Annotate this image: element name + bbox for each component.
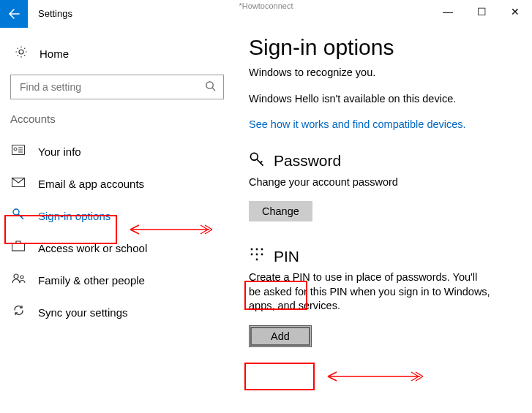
sidebar-item-sign-in-options[interactable]: Sign-in options [10, 200, 224, 232]
pin-section-header: PIN [249, 246, 517, 266]
svg-point-23 [261, 254, 263, 256]
svg-point-19 [256, 249, 258, 251]
content-area: Home Accounts Your info Email & app acco… [0, 28, 532, 413]
back-arrow-icon [8, 8, 20, 20]
password-desc: Change your account password [249, 175, 517, 190]
gear-icon [13, 45, 29, 61]
svg-point-24 [256, 259, 258, 261]
pin-pad-icon [249, 246, 268, 266]
sidebar-item-label: Email & app accounts [26, 178, 144, 190]
close-button[interactable]: ✕ [498, 6, 532, 18]
annotation-box-add-btn [244, 363, 315, 390]
search-icon [205, 80, 216, 94]
hello-line1: Windows to recognize you. [249, 66, 517, 80]
svg-line-17 [261, 161, 262, 162]
add-pin-button[interactable]: Add [249, 325, 312, 347]
sidebar-item-your-info[interactable]: Your info [10, 135, 224, 167]
sidebar-item-family[interactable]: Family & other people [10, 264, 224, 296]
sidebar-item-label: Access work or school [26, 242, 147, 254]
password-section-header: Password [249, 151, 517, 171]
search-input[interactable] [18, 80, 205, 94]
annotation-arrow-add [319, 369, 429, 384]
sidebar-item-label: Your info [26, 145, 81, 158]
people-icon [10, 273, 26, 287]
svg-point-20 [261, 249, 263, 251]
sidebar-item-label: Family & other people [26, 274, 145, 287]
pin-desc: Create a PIN to use in place of password… [249, 270, 490, 314]
hello-line2: Windows Hello isn't available on this de… [249, 92, 517, 107]
svg-line-10 [21, 216, 23, 217]
sync-icon [10, 304, 26, 320]
svg-point-22 [256, 254, 258, 256]
main-panel: Sign-in options Windows to recognize you… [234, 28, 532, 413]
window-controls: — ☐ ✕ [431, 0, 532, 23]
sidebar-item-sync[interactable]: Sync your settings [10, 296, 224, 328]
svg-line-9 [18, 214, 23, 219]
svg-point-8 [13, 209, 19, 215]
sidebar-item-label: Sign-in options [26, 210, 110, 222]
svg-rect-11 [12, 243, 25, 251]
change-password-button[interactable]: Change [249, 201, 312, 221]
sidebar-item-work-school[interactable]: Access work or school [10, 232, 224, 264]
svg-line-16 [257, 159, 263, 166]
sidebar-group-accounts: Accounts [10, 113, 224, 125]
back-button[interactable] [0, 0, 28, 28]
svg-point-15 [250, 153, 258, 160]
sidebar-item-email-accounts[interactable]: Email & app accounts [10, 167, 224, 200]
person-card-icon [10, 144, 26, 159]
svg-point-3 [14, 148, 17, 151]
search-box[interactable] [10, 75, 224, 99]
svg-point-21 [251, 254, 253, 256]
key-icon [249, 151, 268, 171]
svg-point-18 [251, 249, 253, 251]
watermark-text: *Howtoconnect [239, 1, 293, 10]
home-row[interactable]: Home [10, 38, 224, 69]
window-title: Settings [28, 0, 431, 28]
key-icon [10, 208, 26, 224]
home-label: Home [29, 48, 69, 60]
svg-line-1 [212, 88, 215, 91]
sidebar: Home Accounts Your info Email & app acco… [0, 28, 234, 413]
briefcase-icon [10, 240, 26, 255]
minimize-button[interactable]: — [431, 6, 465, 18]
pin-title: PIN [268, 248, 299, 265]
password-title: Password [268, 152, 341, 170]
svg-point-13 [20, 276, 23, 279]
hello-learn-link[interactable]: See how it works and find compatible dev… [249, 118, 466, 130]
svg-point-0 [206, 82, 213, 88]
sidebar-item-label: Sync your settings [26, 306, 128, 319]
page-title: Sign-in options [249, 35, 517, 60]
maximize-button[interactable]: ☐ [465, 6, 498, 18]
envelope-icon [10, 176, 26, 191]
svg-point-12 [14, 274, 18, 279]
